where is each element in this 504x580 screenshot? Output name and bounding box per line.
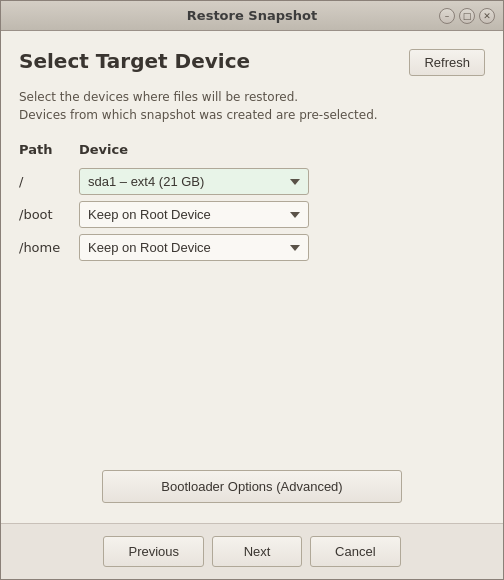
refresh-button[interactable]: Refresh [409, 49, 485, 76]
path-home-label: /home [19, 231, 79, 264]
path-boot-label: /boot [19, 198, 79, 231]
bootloader-row: Bootloader Options (Advanced) [19, 470, 485, 503]
close-button[interactable]: ✕ [479, 8, 495, 24]
description-line1: Select the devices where files will be r… [19, 90, 298, 104]
device-select-root[interactable]: sda1 – ext4 (21 GB) [79, 168, 309, 195]
cancel-button[interactable]: Cancel [310, 536, 400, 567]
page-title: Select Target Device [19, 49, 250, 73]
description-line2: Devices from which snapshot was created … [19, 108, 378, 122]
device-select-home[interactable]: Keep on Root Device [79, 234, 309, 261]
titlebar: Restore Snapshot – □ ✕ [1, 1, 503, 31]
main-content: Select Target Device Refresh Select the … [1, 31, 503, 523]
spacer [19, 276, 485, 470]
minimize-button[interactable]: – [439, 8, 455, 24]
bootloader-button[interactable]: Bootloader Options (Advanced) [102, 470, 402, 503]
maximize-button[interactable]: □ [459, 8, 475, 24]
window-title: Restore Snapshot [187, 8, 317, 23]
restore-snapshot-window: Restore Snapshot – □ ✕ Select Target Dev… [0, 0, 504, 580]
path-root-label: / [19, 165, 79, 198]
device-select-boot[interactable]: Keep on Root Device [79, 201, 309, 228]
col-header-path: Path [19, 142, 79, 165]
window-controls: – □ ✕ [439, 8, 495, 24]
next-button[interactable]: Next [212, 536, 302, 567]
previous-button[interactable]: Previous [103, 536, 204, 567]
description-text: Select the devices where files will be r… [19, 88, 485, 124]
header-row: Select Target Device Refresh [19, 49, 485, 76]
footer: Previous Next Cancel [1, 523, 503, 579]
device-table: Path Device / sda1 – ext4 (21 GB) /boot … [19, 142, 485, 264]
col-header-device: Device [79, 142, 485, 165]
